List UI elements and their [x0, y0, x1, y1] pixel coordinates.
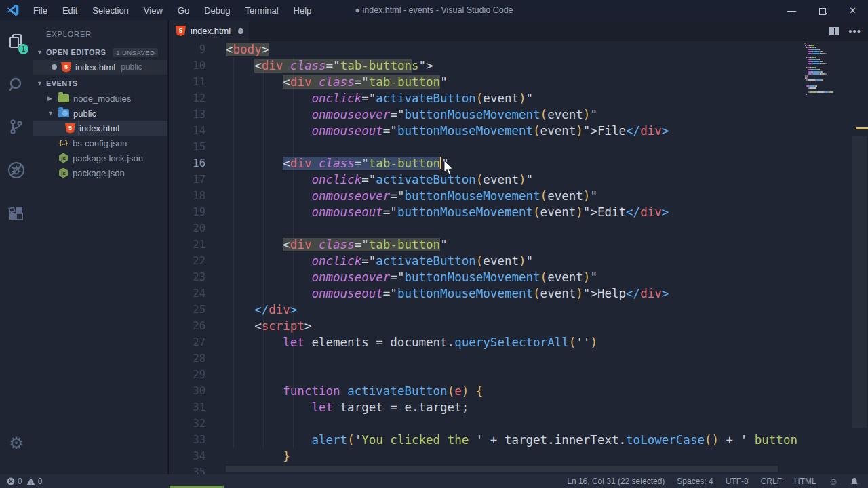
code-line-26[interactable]: 26 <script> [169, 318, 804, 334]
tree-item-node-modules[interactable]: ▶node_modules [33, 91, 167, 106]
code-area[interactable]: 9<body>10 <div class="tab-buttons">11 <d… [169, 41, 804, 474]
notifications-bell-icon[interactable] [850, 477, 859, 486]
menu-help[interactable]: Help [287, 3, 319, 18]
line-text: onclick="activateButton(event)" [226, 253, 533, 269]
menu-file[interactable]: File [26, 3, 54, 18]
code-line-17[interactable]: 17 onclick="activateButton(event)" [169, 171, 804, 188]
menu-debug[interactable]: Debug [197, 3, 237, 18]
vertical-scrollbar[interactable] [852, 136, 867, 428]
code-line-19[interactable]: 19 onmouseout="buttonMouseMovement(event… [169, 204, 804, 220]
code-line-14[interactable]: 14 onmouseout="buttonMouseMovement(event… [169, 123, 804, 139]
minimap-line [813, 51, 820, 52]
token: "> [583, 124, 597, 138]
token: tab-button [369, 238, 440, 251]
file-name: index.html [79, 123, 119, 134]
warning-icon [26, 477, 35, 485]
feedback-smiley-icon[interactable]: ☺ [829, 476, 838, 487]
title-bar: FileEditSelectionViewGoDebugTerminalHelp… [0, 0, 868, 20]
code-line-13[interactable]: 13 onmouseover="buttonMouseMovement(even… [169, 106, 804, 123]
code-line-22[interactable]: 22 onclick="activateButton(event)" [169, 253, 804, 269]
search-icon[interactable] [0, 69, 33, 100]
code-line-23[interactable]: 23 onmouseover="buttonMouseMovement(even… [169, 269, 804, 285]
line-number: 16 [169, 155, 226, 171]
tree-item-public[interactable]: ▼public [33, 106, 167, 121]
language-mode[interactable]: HTML [794, 476, 816, 486]
folder-section-header[interactable]: ▼ EVENTS [33, 76, 167, 91]
tree-item-index-html[interactable]: 5index.html [33, 121, 167, 136]
warnings-indicator[interactable]: 0 [26, 476, 43, 486]
debug-icon[interactable] [0, 155, 33, 186]
minimap-line [827, 73, 827, 75]
chevron-down-icon: ▼ [37, 80, 43, 87]
mouse-pointer [443, 160, 455, 176]
horizontal-scrollbar[interactable] [226, 466, 778, 472]
menu-selection[interactable]: Selection [85, 3, 135, 18]
tree-item-package-lock-json[interactable]: jspackage-lock.json [33, 150, 167, 165]
split-editor-icon[interactable] [829, 27, 839, 35]
code-line-31[interactable]: 31 let target = e.target; [169, 399, 804, 415]
line-text: onclick="activateButton(event)" [226, 171, 533, 188]
more-actions-icon[interactable]: ••• [848, 25, 861, 37]
minimap-line [813, 61, 820, 62]
code-line-29[interactable]: 29 [169, 367, 804, 383]
minimize-button[interactable]: — [776, 0, 807, 20]
line-number: 33 [169, 432, 226, 448]
token: </ [254, 303, 269, 317]
code-line-21[interactable]: 21 <div class="tab-button" [169, 237, 804, 253]
token: buttonMouseMovement [404, 108, 540, 121]
indentation-setting[interactable]: Spaces: 4 [677, 476, 713, 486]
code-editor[interactable]: 9<body>10 <div class="tab-buttons">11 <d… [169, 41, 868, 474]
line-text: onmouseout="buttonMouseMovement(event)">… [226, 204, 669, 220]
token [226, 92, 311, 105]
minimap[interactable] [804, 43, 852, 151]
minimap-line [819, 49, 820, 50]
cursor-position[interactable]: Ln 16, Col 31 (22 selected) [567, 476, 665, 486]
code-line-24[interactable]: 24 onmouseout="buttonMouseMovement(event… [169, 285, 804, 302]
menu-view[interactable]: View [137, 3, 170, 18]
code-line-25[interactable]: 25 </div> [169, 302, 804, 318]
code-line-10[interactable]: 10 <div class="tab-buttons"> [169, 58, 804, 74]
menu-edit[interactable]: Edit [56, 3, 84, 18]
token: ) [590, 336, 597, 349]
code-line-20[interactable]: 20 [169, 220, 804, 237]
token: You clicked the [361, 433, 476, 447]
code-line-16[interactable]: 16 <div class="tab-button" [169, 155, 804, 171]
code-line-28[interactable]: 28 [169, 350, 804, 367]
minimap-line [812, 69, 817, 70]
settings-gear-icon[interactable]: ⚙ [0, 431, 33, 455]
menu-terminal[interactable]: Terminal [238, 3, 285, 18]
source-control-icon[interactable] [0, 111, 33, 142]
encoding-setting[interactable]: UTF-8 [726, 476, 749, 486]
extensions-icon[interactable] [0, 199, 33, 230]
chevron-right-icon: ▶ [47, 95, 54, 102]
explorer-icon[interactable]: 1 [0, 26, 33, 57]
token: " [440, 238, 448, 251]
token: event [547, 270, 583, 284]
open-editor-item[interactable]: 5index.htmlpublic [33, 60, 167, 75]
line-number: 21 [169, 237, 226, 253]
code-line-15[interactable]: 15 [169, 139, 804, 155]
restore-button[interactable] [807, 0, 837, 20]
code-line-30[interactable]: 30 function activateButton(e) { [169, 383, 804, 399]
close-button[interactable]: ✕ [837, 0, 868, 20]
errors-indicator[interactable]: 0 [7, 476, 22, 486]
minimap-line [823, 51, 823, 52]
tree-item-bs-config-json[interactable]: {..}bs-config.json [33, 136, 167, 150]
code-line-32[interactable]: 32 [169, 415, 804, 432]
code-line-12[interactable]: 12 onclick="activateButton(event)" [169, 90, 804, 106]
modified-dot-icon[interactable] [238, 28, 243, 34]
code-line-33[interactable]: 33 alert('You clicked the ' + target.inn… [169, 432, 804, 448]
explorer-badge: 1 [18, 44, 28, 54]
menu-go[interactable]: Go [171, 3, 196, 18]
code-line-34[interactable]: 34 } [169, 448, 804, 464]
tree-item-package-json[interactable]: jspackage.json [33, 165, 167, 180]
code-line-9[interactable]: 9<body> [169, 41, 804, 58]
code-line-11[interactable]: 11 <div class="tab-button" [169, 74, 804, 90]
open-editors-header[interactable]: ▼ OPEN EDITORS 1 UNSAVED [33, 45, 167, 60]
code-line-27[interactable]: 27 let elements = document.querySelector… [169, 334, 804, 350]
eol-setting[interactable]: CRLF [761, 476, 782, 486]
token: ' [741, 433, 748, 447]
token [226, 254, 311, 268]
code-line-18[interactable]: 18 onmouseover="buttonMouseMovement(even… [169, 188, 804, 204]
tab-index-html[interactable]: 5 index.html [169, 20, 249, 41]
